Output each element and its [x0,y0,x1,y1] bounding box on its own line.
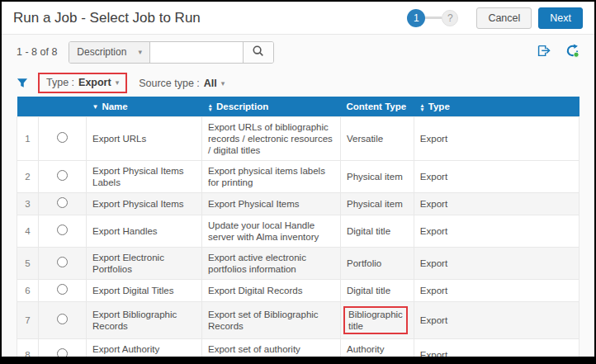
job-radio[interactable] [57,257,68,267]
job-content-type: Bibliographic title [341,302,414,339]
table-row: 4 Export Handles Update your local Handl… [17,215,579,248]
wizard-step-indicator: 1 ? [407,9,458,27]
type-filter-value: Export [78,77,111,88]
content-type-annotation-box: Bibliographic title [343,306,408,334]
job-type: Export [414,280,579,302]
toolbar-right-icons [536,44,579,60]
search-group: Description ▾ [69,41,274,64]
caret-down-icon: ▾ [221,79,225,87]
title-bar: Run a Job - Select Job to Run 1 ? Cancel… [2,2,594,35]
search-field-label: Description [77,46,126,58]
job-description: Export URLs of bibliographic records / e… [202,117,341,161]
job-name: Export Physical Items Labels [87,161,202,193]
filter-icon[interactable] [17,78,28,88]
job-type: Export [414,193,579,215]
job-radio[interactable] [57,348,68,357]
jobs-table-container: ▼Name ▲▼Description Content Type ▲▼Type [17,97,579,357]
job-content-type: Physical item [341,193,414,215]
sort-both-icon: ▲▼ [208,103,213,111]
jobs-table: ▼Name ▲▼Description Content Type ▲▼Type [17,97,579,357]
job-content-type: Authority MMS [341,339,414,357]
cancel-button[interactable]: Cancel [476,7,532,29]
table-row: 2 Export Physical Items Labels Export ph… [17,161,579,193]
filter-row: Type : Export ▾ Source type : All ▾ [17,69,579,97]
job-radio[interactable] [57,197,68,208]
job-content-type: Digital title [341,280,414,302]
job-type: Export [414,215,579,248]
caret-down-icon: ▾ [116,78,120,87]
job-description: Export active electronic portfolios info… [202,248,341,280]
content-area: 1 - 8 of 8 Description ▾ [2,35,594,357]
job-content-type: Physical item [341,161,414,193]
table-row: 3 Export Physical Items Export Physical … [17,193,579,215]
select-column-header [39,97,87,117]
sort-both-icon: ▲▼ [419,103,424,111]
row-number: 6 [17,280,39,302]
job-content-type: Versatile [341,117,414,161]
job-type: Export [414,339,579,357]
job-radio[interactable] [57,170,68,181]
row-number: 7 [17,302,39,339]
row-number-column-header [17,97,39,117]
job-description: Export Digital Records [202,280,341,302]
type-column-header[interactable]: ▲▼Type [414,97,579,117]
source-type-filter-dropdown[interactable]: Source type : All ▾ [139,78,225,89]
source-type-filter-label: Source type : [139,78,200,89]
job-description: Export set of authority records [202,339,341,357]
export-list-button[interactable] [536,44,551,60]
row-number: 4 [17,215,39,248]
row-number: 2 [17,161,39,193]
next-button[interactable]: Next [538,7,583,29]
search-input[interactable] [150,42,243,63]
table-row: 5 Export Electronic Portfolios Export ac… [17,248,579,280]
source-type-filter-value: All [204,78,217,89]
job-description: Export Physical Items [202,193,341,215]
table-row: 8 Export Authority Records Export set of… [17,339,579,357]
name-column-header[interactable]: ▼Name [87,97,202,117]
job-type: Export [414,302,579,339]
sort-descending-icon: ▼ [92,103,99,111]
search-field-dropdown[interactable]: Description ▾ [69,42,150,63]
row-number: 3 [17,193,39,215]
row-number: 5 [17,248,39,280]
search-icon [252,45,264,59]
step-connector [425,17,442,19]
job-name: Export Authority Records [87,339,202,357]
job-type: Export [414,248,579,280]
job-type: Export [414,117,579,161]
table-row: 6 Export Digital Titles Export Digital R… [17,280,579,302]
bottom-black-bar [2,357,594,362]
job-name: Export Bibliographic Records [87,302,202,339]
type-filter-dropdown[interactable]: Type : Export ▾ [38,73,127,93]
results-count: 1 - 8 of 8 [17,46,57,58]
page-title: Run a Job - Select Job to Run [13,10,201,26]
export-list-icon [536,44,551,60]
job-radio[interactable] [57,225,68,235]
table-row: 7 Export Bibliographic Records Export se… [17,302,579,339]
job-name: Export Electronic Portfolios [87,248,202,280]
step-1-badge: 1 [407,9,425,27]
job-name: Export URLs [87,117,202,161]
job-name: Export Physical Items [87,193,202,215]
type-column-label: Type [428,102,450,111]
row-number: 1 [17,117,39,161]
job-content-type: Portfolio [341,248,414,280]
help-button[interactable]: ? [442,10,458,26]
description-column-header[interactable]: ▲▼Description [202,97,341,117]
description-column-label: Description [216,102,268,111]
content-type-column-header: Content Type [341,97,414,117]
title-bar-actions: 1 ? Cancel Next [407,7,583,29]
row-number: 8 [17,339,39,357]
job-description: Export physical items labels for printin… [202,161,341,193]
caret-down-icon: ▾ [138,48,142,56]
content-type-column-label: Content Type [347,102,407,111]
job-name: Export Handles [87,215,202,248]
refresh-button[interactable] [565,44,579,60]
search-button[interactable] [243,42,273,63]
job-type: Export [414,161,579,193]
job-radio[interactable] [57,314,68,324]
job-radio[interactable] [57,284,68,295]
job-radio[interactable] [57,132,68,143]
job-name: Export Digital Titles [87,280,202,302]
name-column-label: Name [102,102,127,111]
